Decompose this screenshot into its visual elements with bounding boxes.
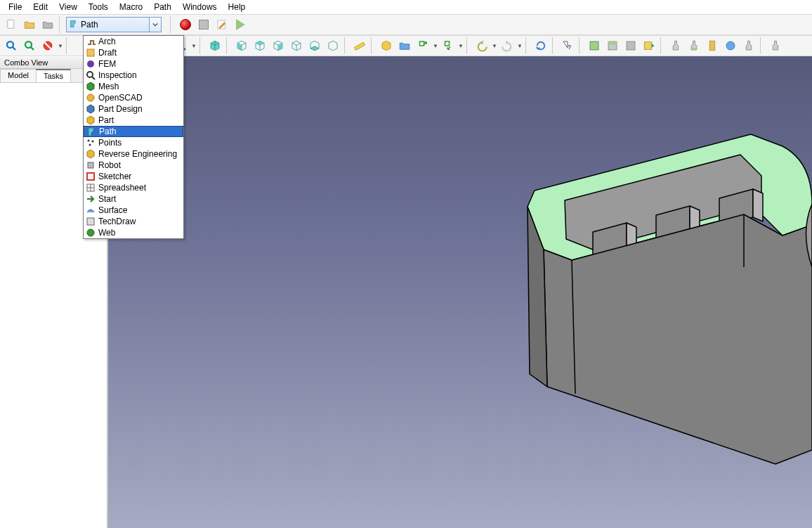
path-export-button[interactable] bbox=[641, 37, 657, 54]
svg-point-35 bbox=[87, 229, 94, 236]
workbench-item-web[interactable]: Web bbox=[84, 227, 183, 238]
workbench-item-robot[interactable]: Robot bbox=[84, 160, 183, 171]
menu-tools[interactable]: Tools bbox=[83, 1, 114, 13]
inspection-icon bbox=[86, 70, 96, 80]
macro-edit-button[interactable] bbox=[214, 16, 230, 33]
front-view-button[interactable] bbox=[233, 37, 250, 54]
new-file-button[interactable] bbox=[3, 16, 20, 33]
left-view-button[interactable] bbox=[325, 37, 341, 54]
macro-stop-button[interactable] bbox=[195, 16, 212, 33]
path-tool6-button[interactable] bbox=[767, 37, 784, 54]
path-postprocess-button[interactable] bbox=[604, 37, 621, 54]
workbench-item-path[interactable]: Path bbox=[84, 126, 183, 137]
workbench-dropdown-button[interactable] bbox=[149, 18, 161, 32]
workbench-item-part-design[interactable]: Part Design bbox=[84, 103, 183, 115]
workbench-item-fem[interactable]: FEM bbox=[84, 58, 183, 70]
svg-point-22 bbox=[87, 60, 94, 67]
svg-point-28 bbox=[89, 144, 91, 146]
dropdown-arrow[interactable]: ▼ bbox=[191, 43, 197, 49]
workbench-item-inspection[interactable]: Inspection bbox=[84, 70, 183, 81]
dropdown-arrow[interactable]: ▼ bbox=[58, 43, 63, 49]
partdesign-icon bbox=[86, 104, 96, 114]
toolbar-separator bbox=[760, 37, 764, 54]
workbench-item-draft[interactable]: Draft bbox=[84, 47, 183, 58]
workbench-selector[interactable]: Path bbox=[66, 17, 162, 32]
tab-tasks[interactable]: Tasks bbox=[36, 69, 71, 82]
workbench-dropdown-list[interactable]: ArchDraftFEMInspectionMeshOpenSCADPart D… bbox=[83, 35, 184, 239]
menu-file[interactable]: File bbox=[3, 1, 27, 13]
start-icon bbox=[86, 194, 96, 204]
path-tool3-button[interactable] bbox=[704, 37, 721, 54]
workbench-item-label: Spreadsheet bbox=[98, 183, 146, 193]
link-actions-button[interactable] bbox=[440, 37, 457, 54]
menu-help[interactable]: Help bbox=[223, 1, 251, 13]
isometric-view-button[interactable] bbox=[207, 37, 223, 54]
refresh-button[interactable] bbox=[532, 37, 549, 54]
group-button[interactable] bbox=[396, 37, 413, 54]
fit-selection-button[interactable] bbox=[21, 37, 38, 54]
points-icon bbox=[86, 138, 96, 148]
draw-style-button[interactable] bbox=[39, 37, 56, 54]
workbench-item-surface[interactable]: Surface bbox=[84, 205, 183, 216]
workbench-item-label: Mesh bbox=[98, 82, 119, 91]
workbench-item-openscad[interactable]: OpenSCAD bbox=[84, 92, 183, 103]
sketcher-icon bbox=[86, 172, 96, 181]
toolbar-row-1: Path bbox=[0, 14, 812, 35]
toolbar-separator bbox=[170, 16, 174, 33]
workbench-item-label: Inspection bbox=[98, 70, 137, 80]
svg-point-26 bbox=[88, 140, 90, 142]
workbench-item-points[interactable]: Points bbox=[84, 137, 183, 148]
dropdown-arrow[interactable]: ▼ bbox=[517, 43, 523, 49]
web-icon bbox=[86, 228, 96, 238]
path-tool5-button[interactable] bbox=[740, 37, 757, 54]
workbench-item-arch[interactable]: Arch bbox=[84, 36, 183, 47]
workbench-item-spreadsheet[interactable]: Spreadsheet bbox=[84, 182, 183, 193]
save-file-button[interactable] bbox=[39, 16, 56, 33]
workbench-item-label: Draft bbox=[98, 48, 117, 58]
mesh-icon bbox=[86, 82, 96, 91]
fit-all-button[interactable] bbox=[3, 37, 20, 54]
workbench-item-part[interactable]: Part bbox=[84, 115, 183, 126]
record-icon bbox=[180, 19, 191, 30]
dropdown-arrow[interactable]: ▼ bbox=[458, 43, 464, 49]
top-view-button[interactable] bbox=[251, 37, 268, 54]
workbench-item-techdraw[interactable]: TechDraw bbox=[84, 216, 183, 227]
menu-macro[interactable]: Macro bbox=[114, 1, 148, 13]
path-tool1-button[interactable] bbox=[667, 37, 684, 54]
whats-this-button[interactable]: ? bbox=[559, 37, 576, 54]
workbench-item-label: Path bbox=[99, 127, 117, 136]
dropdown-arrow[interactable]: ▼ bbox=[492, 43, 497, 49]
workbench-item-label: FEM bbox=[98, 59, 116, 69]
workbench-item-label: Reverse Engineering bbox=[98, 149, 177, 159]
toolbar-separator bbox=[525, 37, 530, 54]
svg-point-23 bbox=[87, 72, 93, 77]
link-make-button[interactable] bbox=[414, 37, 431, 54]
measure-button[interactable] bbox=[351, 37, 368, 54]
redo-button[interactable] bbox=[499, 37, 516, 54]
path-tool4-button[interactable] bbox=[722, 37, 739, 54]
path-job-button[interactable] bbox=[586, 37, 603, 54]
path-sanity-button[interactable] bbox=[622, 37, 639, 54]
svg-rect-15 bbox=[608, 41, 617, 45]
workbench-item-start[interactable]: Start bbox=[84, 193, 183, 205]
rear-view-button[interactable] bbox=[288, 37, 305, 54]
workbench-item-mesh[interactable]: Mesh bbox=[84, 81, 183, 92]
svg-rect-17 bbox=[644, 42, 652, 50]
menu-view[interactable]: View bbox=[53, 1, 83, 13]
path-tool2-button[interactable] bbox=[686, 37, 702, 54]
right-view-button[interactable] bbox=[270, 37, 287, 54]
open-file-button[interactable] bbox=[21, 16, 38, 33]
workbench-item-reverse-engineering[interactable]: Reverse Engineering bbox=[84, 148, 183, 160]
menu-windows[interactable]: Windows bbox=[177, 1, 223, 13]
undo-button[interactable] bbox=[473, 37, 490, 54]
macro-play-button[interactable] bbox=[232, 16, 249, 33]
menu-edit[interactable]: Edit bbox=[27, 1, 53, 13]
macro-record-button[interactable] bbox=[177, 16, 194, 33]
dropdown-arrow[interactable]: ▼ bbox=[433, 43, 438, 49]
menu-path[interactable]: Path bbox=[148, 1, 177, 13]
part-button[interactable] bbox=[378, 37, 395, 54]
bottom-view-button[interactable] bbox=[306, 37, 323, 54]
tab-model[interactable]: Model bbox=[0, 69, 37, 82]
workbench-item-sketcher[interactable]: Sketcher bbox=[84, 171, 183, 182]
3d-viewport[interactable] bbox=[108, 56, 812, 528]
